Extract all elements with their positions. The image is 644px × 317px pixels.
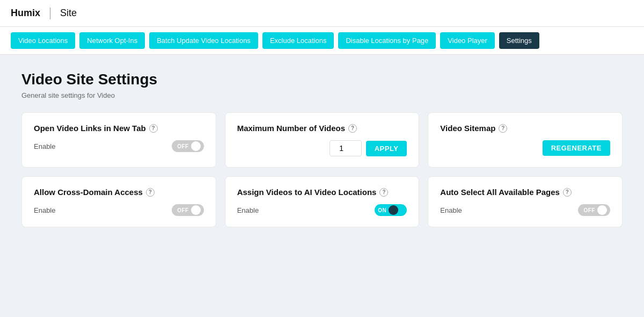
help-icon-open-video-links[interactable]: ?: [149, 124, 158, 133]
setting-title-text-max-videos: Maximum Number of Videos: [237, 124, 345, 133]
help-icon-assign-videos[interactable]: ?: [379, 188, 388, 197]
header-divider: [50, 8, 50, 19]
toggle-circle-assign-videos: [389, 205, 398, 215]
setting-title-assign-videos: Assign Videos to AI Video Locations?: [237, 188, 407, 197]
setting-label-cross-domain: Enable: [34, 206, 55, 214]
site-label: Site: [60, 8, 77, 19]
setting-card-assign-videos: Assign Videos to AI Video Locations?Enab…: [225, 176, 420, 227]
setting-title-text-video-sitemap: Video Sitemap: [440, 124, 495, 133]
setting-card-video-sitemap: Video Sitemap?REGENERATE: [428, 112, 623, 168]
setting-title-text-auto-select: Auto Select All Available Pages: [440, 188, 560, 197]
page-subtitle: General site settings for Video: [21, 91, 623, 99]
setting-row-auto-select: EnableOFF: [440, 204, 610, 216]
setting-card-auto-select: Auto Select All Available Pages?EnableOF…: [428, 176, 623, 227]
brand-name: Humix: [11, 8, 40, 19]
setting-title-text-cross-domain: Allow Cross-Domain Access: [34, 188, 143, 197]
toggle-circle-auto-select: [597, 205, 607, 215]
nav-btn-settings[interactable]: Settings: [499, 32, 539, 49]
setting-title-text-assign-videos: Assign Videos to AI Video Locations: [237, 188, 377, 197]
nav-btn-batch-update[interactable]: Batch Update Video Locations: [149, 32, 258, 49]
setting-label-assign-videos: Enable: [237, 206, 259, 214]
settings-grid: Open Video Links in New Tab?EnableOFFMax…: [21, 112, 623, 227]
brand-logo: Humix Site: [11, 8, 77, 19]
help-icon-cross-domain[interactable]: ?: [146, 188, 155, 197]
setting-row-open-video-links: EnableOFF: [34, 140, 204, 152]
help-icon-max-videos[interactable]: ?: [348, 124, 357, 133]
setting-row-assign-videos: EnableON: [237, 204, 407, 216]
nav-btn-video-player[interactable]: Video Player: [440, 32, 494, 49]
setting-title-cross-domain: Allow Cross-Domain Access?: [34, 188, 204, 197]
nav-btn-disable-locations[interactable]: Disable Locations by Page: [338, 32, 436, 49]
setting-row-cross-domain: EnableOFF: [34, 204, 204, 216]
help-icon-video-sitemap[interactable]: ?: [499, 124, 507, 133]
setting-card-cross-domain: Allow Cross-Domain Access?EnableOFF: [21, 176, 216, 227]
help-icon-auto-select[interactable]: ?: [563, 188, 572, 197]
toggle-circle-open-video-links: [191, 141, 201, 151]
setting-label-open-video-links: Enable: [34, 142, 55, 150]
toggle-off-open-video-links[interactable]: OFF: [172, 140, 204, 152]
regenerate-button-video-sitemap[interactable]: REGENERATE: [543, 140, 610, 156]
input-row-max-videos: APPLY: [237, 140, 407, 156]
apply-button-max-videos[interactable]: APPLY: [366, 141, 407, 156]
regen-row-video-sitemap: REGENERATE: [440, 140, 610, 156]
setting-label-auto-select: Enable: [440, 206, 462, 214]
page-title: Video Site Settings: [21, 71, 623, 88]
nav-bar: Video LocationsNetwork Opt-InsBatch Upda…: [0, 27, 644, 55]
setting-title-video-sitemap: Video Sitemap?: [440, 124, 610, 133]
toggle-circle-cross-domain: [191, 205, 201, 215]
number-input-max-videos[interactable]: [330, 140, 362, 156]
setting-card-max-videos: Maximum Number of Videos?APPLY: [225, 112, 420, 168]
setting-title-max-videos: Maximum Number of Videos?: [237, 124, 407, 133]
toggle-off-auto-select[interactable]: OFF: [578, 204, 610, 216]
nav-btn-exclude-locations[interactable]: Exclude Locations: [262, 32, 334, 49]
nav-btn-network-opt-ins[interactable]: Network Opt-Ins: [79, 32, 145, 49]
setting-card-open-video-links: Open Video Links in New Tab?EnableOFF: [21, 112, 216, 168]
toggle-on-assign-videos[interactable]: ON: [375, 204, 407, 216]
setting-title-auto-select: Auto Select All Available Pages?: [440, 188, 610, 197]
nav-btn-video-locations[interactable]: Video Locations: [11, 32, 75, 49]
header: Humix Site: [0, 0, 644, 27]
setting-title-open-video-links: Open Video Links in New Tab?: [34, 124, 204, 133]
toggle-off-cross-domain[interactable]: OFF: [172, 204, 204, 216]
main-content: Video Site Settings General site setting…: [0, 55, 644, 317]
setting-title-text-open-video-links: Open Video Links in New Tab: [34, 124, 146, 133]
